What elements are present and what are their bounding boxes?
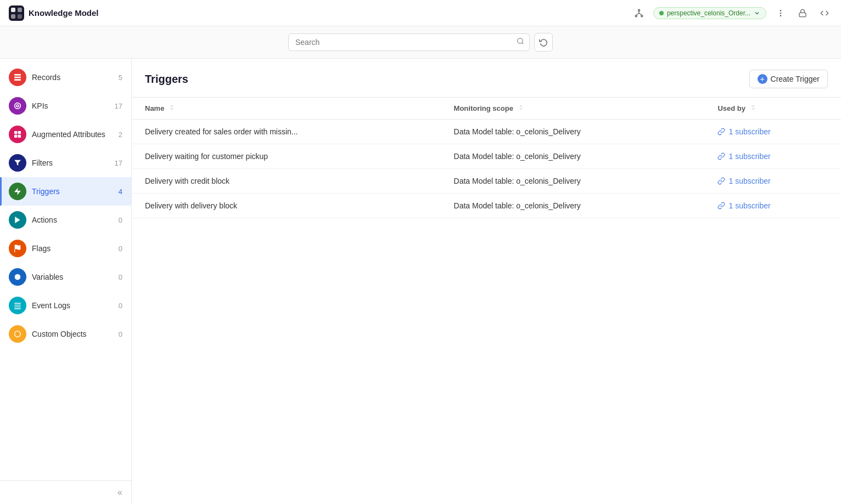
augmented-attributes-icon	[9, 126, 26, 143]
sidebar-label-augmented-attributes: Augmented Attributes	[32, 130, 119, 139]
name-sort-icon[interactable]	[169, 104, 175, 111]
svg-rect-14	[799, 13, 806, 16]
col-header-monitoring-scope[interactable]: Monitoring scope	[441, 98, 705, 120]
sidebar-footer: «	[0, 480, 131, 504]
custom-objects-icon	[9, 325, 26, 343]
trigger-name-cell: Delivery with credit block	[132, 169, 441, 194]
sidebar-item-custom-objects[interactable]: Custom Objects 0	[0, 320, 131, 348]
sidebar-item-variables[interactable]: x Variables 0	[0, 263, 131, 291]
trigger-scope-cell: Data Model table: o_celonis_Delivery	[441, 144, 705, 169]
more-options-button[interactable]	[773, 5, 788, 21]
svg-rect-22	[14, 131, 17, 134]
table-row[interactable]: Delivery with credit block Data Model ta…	[132, 169, 841, 194]
sidebar-item-augmented-attributes[interactable]: Augmented Attributes 2	[0, 120, 131, 149]
sidebar-item-event-logs[interactable]: Event Logs 0	[0, 291, 131, 320]
trigger-used-by-cell: 1 subscriber	[704, 144, 841, 169]
svg-point-11	[780, 10, 782, 12]
app-logo: Knowledge Model	[9, 5, 99, 21]
sidebar-items: Records 5 KPIs 17	[0, 59, 131, 480]
svg-rect-25	[18, 135, 21, 138]
sidebar-count-custom-objects: 0	[119, 330, 122, 338]
filters-icon	[9, 154, 26, 172]
actions-icon	[9, 211, 26, 229]
lock-button[interactable]	[795, 5, 810, 21]
trigger-used-by-cell: 1 subscriber	[704, 120, 841, 144]
subscriber-link[interactable]: 1 subscriber	[717, 177, 828, 185]
svg-rect-4	[18, 14, 22, 19]
sidebar-count-triggers: 4	[119, 188, 122, 196]
triggers-table: Name Monitoring scope	[132, 98, 841, 218]
svg-point-6	[635, 15, 637, 16]
sidebar-item-triggers[interactable]: Triggers 4	[0, 177, 131, 206]
subscriber-link[interactable]: 1 subscriber	[717, 152, 828, 161]
table-row[interactable]: Delivery with delivery block Data Model …	[132, 194, 841, 218]
svg-point-34	[15, 331, 21, 337]
svg-rect-23	[18, 131, 21, 134]
hierarchy-button[interactable]	[631, 5, 647, 21]
col-header-name[interactable]: Name	[132, 98, 441, 120]
sidebar-count-variables: 0	[119, 273, 122, 281]
svg-line-10	[639, 13, 642, 15]
svg-rect-33	[14, 308, 21, 309]
table-row[interactable]: Delivery waiting for customer pickup Dat…	[132, 144, 841, 169]
table-header: Name Monitoring scope	[132, 98, 841, 120]
svg-rect-1	[11, 8, 15, 12]
svg-rect-3	[11, 14, 15, 19]
sidebar-count-records: 5	[119, 73, 122, 82]
subscriber-link[interactable]: 1 subscriber	[717, 201, 828, 210]
search-input[interactable]	[288, 33, 530, 51]
sidebar-item-filters[interactable]: Filters 17	[0, 149, 131, 177]
svg-rect-2	[18, 8, 22, 12]
sidebar-item-flags[interactable]: Flags 0	[0, 234, 131, 263]
monitoring-scope-sort-icon[interactable]	[518, 104, 524, 111]
svg-rect-19	[14, 79, 21, 81]
sidebar-count-actions: 0	[119, 216, 122, 224]
svg-line-9	[636, 13, 639, 15]
sidebar-item-records[interactable]: Records 5	[0, 63, 131, 92]
sidebar-label-kpis: KPIs	[32, 101, 115, 110]
sidebar-item-actions[interactable]: Actions 0	[0, 206, 131, 234]
sidebar-label-flags: Flags	[32, 244, 119, 253]
trigger-scope-cell: Data Model table: o_celonis_Delivery	[441, 194, 705, 218]
flags-icon	[9, 240, 26, 257]
sidebar-item-kpis[interactable]: KPIs 17	[0, 92, 131, 120]
perspective-label: perspective_celonis_Order...	[667, 9, 750, 17]
sidebar-label-custom-objects: Custom Objects	[32, 330, 119, 338]
table-row[interactable]: Delivery created for sales order with mi…	[132, 120, 841, 144]
subscriber-link[interactable]: 1 subscriber	[717, 127, 828, 136]
sidebar-count-flags: 0	[119, 245, 122, 253]
collapse-sidebar-button[interactable]: «	[117, 488, 122, 497]
perspective-badge[interactable]: perspective_celonis_Order...	[653, 7, 766, 19]
code-button[interactable]	[817, 5, 832, 21]
app-header: Knowledge Model perspective_celonis_Orde…	[0, 0, 841, 26]
svg-rect-24	[14, 135, 17, 138]
create-trigger-label: Create Trigger	[771, 75, 820, 83]
trigger-used-by-cell: 1 subscriber	[704, 194, 841, 218]
logo-icon	[9, 5, 24, 21]
main-content: Records 5 KPIs 17	[0, 59, 841, 504]
kpis-icon	[9, 97, 26, 115]
event-logs-icon	[9, 297, 26, 314]
refresh-button[interactable]	[534, 33, 553, 52]
sidebar-count-augmented-attributes: 2	[119, 131, 122, 139]
trigger-scope-cell: Data Model table: o_celonis_Delivery	[441, 120, 705, 144]
trigger-name-cell: Delivery with delivery block	[132, 194, 441, 218]
svg-point-13	[780, 15, 782, 16]
svg-point-5	[638, 9, 640, 11]
trigger-name-cell: Delivery created for sales order with mi…	[132, 120, 441, 144]
sidebar-count-kpis: 17	[115, 102, 122, 110]
used-by-sort-icon[interactable]	[750, 104, 756, 111]
svg-point-20	[15, 103, 21, 109]
variables-icon: x	[9, 268, 26, 286]
sidebar: Records 5 KPIs 17	[0, 59, 132, 504]
col-header-used-by[interactable]: Used by	[704, 98, 841, 120]
perspective-status-dot	[659, 11, 664, 15]
svg-rect-31	[14, 305, 21, 305]
sidebar-count-event-logs: 0	[119, 302, 122, 310]
svg-rect-18	[14, 77, 21, 78]
svg-rect-30	[14, 303, 21, 303]
records-icon	[9, 69, 26, 86]
create-trigger-button[interactable]: + Create Trigger	[749, 70, 828, 88]
sidebar-label-event-logs: Event Logs	[32, 301, 119, 310]
plus-circle-icon: +	[758, 74, 767, 84]
